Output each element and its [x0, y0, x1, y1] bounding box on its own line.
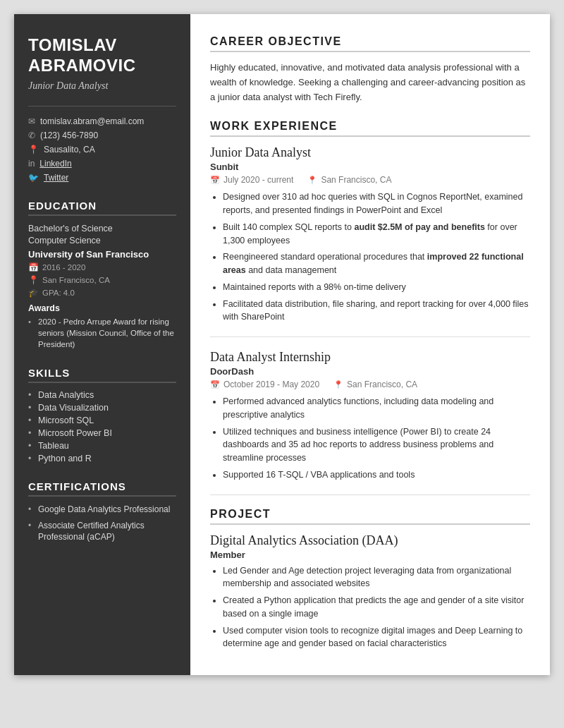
location-icon: 📍: [28, 145, 39, 154]
skill-item: Python and R: [28, 454, 176, 463]
applicant-title: Junior Data Analyst: [28, 80, 176, 92]
bullet-item: Performed advanced analytics functions, …: [223, 395, 530, 422]
gpa-icon: 🎓: [28, 288, 39, 298]
job-1-dates: 📅 July 2020 - current: [210, 175, 293, 185]
edu-degree: Bachelor's of Science: [28, 223, 176, 236]
project-bullets: Led Gender and Age detection project lev…: [210, 564, 530, 651]
bullet-item: Built 140 complex SQL reports to audit $…: [223, 221, 530, 248]
skill-item: Microsoft Power BI: [28, 428, 176, 438]
twitter-item[interactable]: 🐦 Twitter: [28, 173, 176, 183]
award-item: 2020 - Pedro Arrupe Award for rising sen…: [28, 316, 176, 350]
job-2: Data Analyst Internship DoorDash 📅 Octob…: [210, 350, 530, 482]
phone-item: ✆ (123) 456-7890: [28, 131, 176, 140]
job-2-dates: 📅 October 2019 - May 2020: [210, 380, 319, 389]
edu-location-icon: 📍: [28, 275, 39, 285]
sidebar: TOMISLAV ABRAMOVIC Junior Data Analyst ✉…: [14, 14, 190, 675]
cert-item: Associate Certified Analytics Profession…: [28, 520, 176, 544]
edu-school: University of San Francisco: [28, 249, 176, 260]
email-icon: ✉: [28, 116, 35, 126]
linkedin-item[interactable]: in LinkedIn: [28, 159, 176, 169]
twitter-icon: 🐦: [28, 173, 39, 183]
skills-list: Data Analytics Data Visualization Micros…: [28, 390, 176, 463]
work-experience-section: WORK EXPERIENCE Junior Data Analyst Sunb…: [210, 120, 530, 481]
dates-icon: 📅: [210, 380, 220, 389]
job-1: Junior Data Analyst Sunbit 📅 July 2020 -…: [210, 145, 530, 324]
work-experience-title: WORK EXPERIENCE: [210, 120, 530, 137]
location-item: 📍 Sausalito, CA: [28, 145, 176, 154]
job-1-location: 📍 San Francisco, CA: [307, 175, 391, 185]
bullet-item: Led Gender and Age detection project lev…: [223, 564, 530, 591]
education-section: EDUCATION Bachelor's of Science Computer…: [28, 200, 176, 350]
bullet-item: Created a Python application that predic…: [223, 594, 530, 621]
edu-major: Computer Science: [28, 235, 176, 248]
certifications-section: CERTIFICATIONS Google Data Analytics Pro…: [28, 480, 176, 543]
location-icon: 📍: [307, 176, 317, 185]
career-objective-title: CAREER OBJECTIVE: [210, 35, 530, 52]
bullet-item: Supported 16 T-SQL / VBA applications an…: [223, 468, 530, 482]
job-2-title: Data Analyst Internship: [210, 350, 530, 365]
job-2-meta: 📅 October 2019 - May 2020 📍 San Francisc…: [210, 380, 530, 389]
skill-item: Tableau: [28, 441, 176, 451]
project-title: PROJECT: [210, 508, 530, 525]
skill-item: Microsoft SQL: [28, 415, 176, 425]
skill-item: Data Visualization: [28, 403, 176, 413]
edu-location: 📍 San Francisco, CA: [28, 275, 176, 285]
bullet-item: Designed over 310 ad hoc queries with SQ…: [223, 190, 530, 217]
edu-years: 📅 2016 - 2020: [28, 262, 176, 272]
awards-label: Awards: [28, 303, 176, 313]
skills-section: SKILLS Data Analytics Data Visualization…: [28, 367, 176, 463]
project-name: Digital Analytics Association (DAA): [210, 533, 530, 548]
edu-gpa: 🎓 GPA: 4.0: [28, 288, 176, 298]
divider: [210, 336, 530, 337]
main-content: CAREER OBJECTIVE Highly educated, innova…: [190, 14, 550, 675]
linkedin-icon: in: [28, 159, 35, 169]
bullet-item: Used computer vision tools to recognize …: [223, 624, 530, 651]
certifications-title: CERTIFICATIONS: [28, 480, 176, 497]
calendar-icon: 📅: [28, 262, 39, 272]
resume-container: TOMISLAV ABRAMOVIC Junior Data Analyst ✉…: [14, 14, 550, 675]
job-1-bullets: Designed over 310 ad hoc queries with SQ…: [210, 190, 530, 324]
contact-section: ✉ tomislav.abram@email.com ✆ (123) 456-7…: [28, 106, 176, 183]
education-title: EDUCATION: [28, 200, 176, 216]
project-section: PROJECT Digital Analytics Association (D…: [210, 508, 530, 651]
divider: [210, 495, 530, 495]
bullet-item: Facilitated data distribution, file shar…: [223, 298, 530, 324]
dates-icon: 📅: [210, 176, 220, 185]
job-2-company: DoorDash: [210, 366, 530, 377]
location-icon: 📍: [333, 380, 343, 389]
applicant-name: TOMISLAV ABRAMOVIC: [28, 35, 176, 76]
career-objective-section: CAREER OBJECTIVE Highly educated, innova…: [210, 35, 530, 104]
skill-item: Data Analytics: [28, 390, 176, 400]
certifications-list: Google Data Analytics Professional Assoc…: [28, 504, 176, 543]
bullet-item: Reengineered standard operational proced…: [223, 250, 530, 277]
career-objective-text: Highly educated, innovative, and motivat…: [210, 61, 530, 104]
job-1-company: Sunbit: [210, 162, 530, 172]
job-2-location: 📍 San Francisco, CA: [333, 380, 417, 389]
skills-title: SKILLS: [28, 367, 176, 383]
email-item: ✉ tomislav.abram@email.com: [28, 116, 176, 126]
project-role: Member: [210, 550, 530, 560]
job-1-title: Junior Data Analyst: [210, 145, 530, 160]
job-2-bullets: Performed advanced analytics functions, …: [210, 395, 530, 482]
bullet-item: Maintained reports with a 98% on-time de…: [223, 281, 530, 294]
job-1-meta: 📅 July 2020 - current 📍 San Francisco, C…: [210, 175, 530, 185]
cert-item: Google Data Analytics Professional: [28, 504, 176, 516]
phone-icon: ✆: [28, 131, 35, 140]
bullet-item: Utilized techniques and business intelli…: [223, 425, 530, 465]
